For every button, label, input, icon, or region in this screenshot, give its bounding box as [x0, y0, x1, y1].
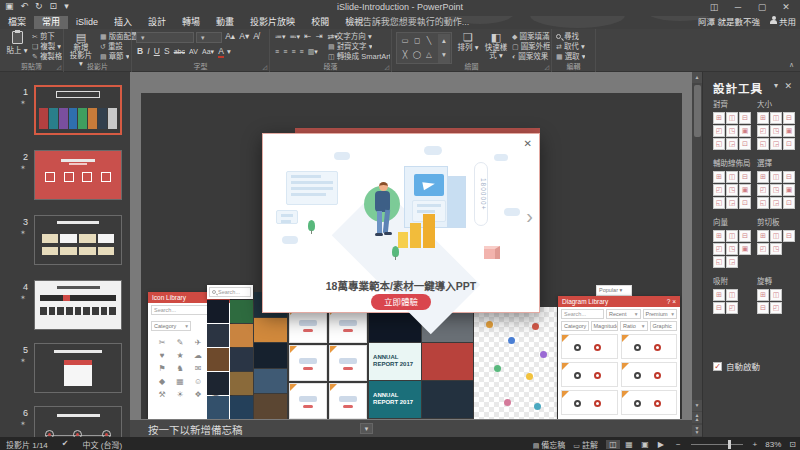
align-text-button[interactable]: ▤對齊文字 ▾	[328, 42, 372, 51]
align-right-button[interactable]: ≡	[291, 47, 295, 56]
tab-投影片放映[interactable]: 投影片放映	[242, 16, 303, 29]
design-tool-button[interactable]: ◰	[770, 302, 782, 314]
proofing-icon[interactable]: ✔	[62, 439, 69, 450]
shape-fill-button[interactable]: ◆圖案填滿 ▾	[512, 32, 550, 41]
justify-button[interactable]: ≡	[300, 47, 304, 56]
shape-glyph[interactable]: ◻	[411, 34, 423, 48]
save-button[interactable]: ▣	[5, 1, 14, 11]
shape-glyph[interactable]: △	[423, 48, 435, 62]
design-tool-button[interactable]: ◱	[757, 138, 769, 150]
tab-設計[interactable]: 設計	[140, 16, 174, 29]
design-tool-button[interactable]: ◫	[726, 112, 738, 124]
scrollbar-thumb[interactable]	[694, 85, 701, 137]
design-tool-button[interactable]: ⊟	[757, 302, 769, 314]
design-tool-button[interactable]: ◱	[757, 197, 769, 209]
tab-檔案[interactable]: 檔案	[0, 16, 34, 29]
slide-thumbnail[interactable]	[34, 280, 122, 330]
ribbon-display-options-button[interactable]: ◫	[702, 0, 726, 15]
design-tool-button[interactable]: ⊟	[713, 302, 725, 314]
design-tool-button[interactable]: ◰	[713, 243, 725, 255]
design-tool-button[interactable]: ◰	[713, 184, 725, 196]
tab-動畫[interactable]: 動畫	[208, 16, 242, 29]
design-tool-button[interactable]: ⊞	[713, 112, 725, 124]
drawing-dialog-launcher[interactable]: ◿	[544, 63, 549, 70]
start-slideshow-button[interactable]: ⊡	[50, 1, 58, 11]
shrink-font-button[interactable]: A▾	[239, 32, 249, 41]
arrange-button[interactable]: ❏排列 ▾	[456, 31, 480, 63]
autostart-checkbox[interactable]: ✓ 自動啟動	[713, 360, 760, 372]
design-tool-button[interactable]: ◰	[757, 243, 769, 255]
previous-slide-button[interactable]: ▲▲	[692, 412, 702, 423]
clear-formatting-button[interactable]: A̸	[253, 32, 259, 41]
design-tool-button[interactable]: ◰	[757, 125, 769, 137]
zoom-slider-thumb[interactable]	[728, 440, 731, 449]
design-tool-button[interactable]: ◲	[726, 197, 738, 209]
quick-styles-button[interactable]: ◧快速樣式 ▾	[482, 31, 510, 63]
design-tool-button[interactable]: ◳	[770, 125, 782, 137]
design-tool-button[interactable]: ◳	[726, 125, 738, 137]
design-tool-button[interactable]: ◱	[713, 197, 725, 209]
clipboard-dialog-launcher[interactable]: ◿	[56, 63, 61, 70]
design-tool-button[interactable]: ◰	[713, 125, 725, 137]
design-tool-button[interactable]: ⊡	[739, 138, 751, 150]
undo-button[interactable]: ↶	[21, 1, 29, 11]
design-tool-button[interactable]: ⊡	[783, 138, 795, 150]
design-tool-button[interactable]: ⊞	[757, 289, 769, 301]
design-tool-button[interactable]: ◰	[726, 302, 738, 314]
redo-button[interactable]: ↻	[35, 1, 43, 11]
design-tool-button[interactable]: ⊞	[713, 289, 725, 301]
minimize-button[interactable]: ─	[726, 0, 750, 15]
slide-thumbnail[interactable]	[34, 215, 122, 265]
notes-expand-button[interactable]: ▼	[360, 423, 373, 434]
design-tool-button[interactable]: ◲	[770, 197, 782, 209]
find-button[interactable]: 尋找	[556, 32, 579, 41]
tab-插入[interactable]: 插入	[106, 16, 140, 29]
design-tool-button[interactable]: ◫	[770, 230, 782, 242]
italic-button[interactable]: I	[147, 47, 149, 56]
design-tool-button[interactable]: ▣	[739, 243, 751, 255]
language-indicator[interactable]: 中文 (台灣)	[83, 439, 123, 450]
design-tool-button[interactable]: ⊞	[757, 171, 769, 183]
slide-thumbnail[interactable]	[34, 85, 122, 135]
design-tool-button[interactable]: ◳	[770, 243, 782, 255]
decrease-indent-button[interactable]: ⇤	[304, 32, 311, 41]
shape-effects-button[interactable]: ◐圖案效果 ▾	[512, 52, 550, 61]
tell-me-box[interactable]: ☼ 告訴我您想要執行的動作...	[352, 16, 469, 29]
paragraph-dialog-launcher[interactable]: ◿	[384, 63, 389, 70]
bold-button[interactable]: B	[137, 47, 143, 56]
design-tool-button[interactable]: ⊞	[757, 230, 769, 242]
zoom-out-button[interactable]: −	[676, 440, 681, 449]
design-tool-button[interactable]: ⊟	[739, 112, 751, 124]
change-case-button[interactable]: Aa▾	[202, 47, 214, 56]
design-tool-button[interactable]: ◳	[726, 184, 738, 196]
reset-button[interactable]: ↺重設	[100, 42, 123, 51]
design-tool-button[interactable]: ◫	[726, 171, 738, 183]
share-button[interactable]: 共用	[770, 16, 796, 29]
slideshow-view-button[interactable]: ▶	[654, 440, 668, 449]
maximize-button[interactable]: ▢	[750, 0, 774, 15]
slide-thumbnail[interactable]	[34, 343, 122, 393]
font-size-select[interactable]: ▾	[196, 32, 222, 43]
design-tool-button[interactable]: ◱	[713, 138, 725, 150]
shapes-gallery[interactable]: ▭◻╲╳◯△▱⇨☆⌒{}▴▾⌄	[396, 32, 452, 64]
align-center-button[interactable]: ≡	[283, 47, 287, 56]
numbering-button[interactable]: ≕▾	[290, 32, 301, 41]
notes-pane[interactable]: 按一下以新增備忘稿 ▼	[130, 420, 692, 437]
try-now-button[interactable]: 立即體驗	[371, 294, 431, 310]
zoom-in-button[interactable]: +	[753, 440, 758, 449]
character-spacing-button[interactable]: AV	[189, 47, 198, 56]
design-tool-button[interactable]: ◱	[713, 256, 725, 268]
font-name-select[interactable]: ▾	[136, 32, 194, 43]
design-tool-button[interactable]: ⊞	[713, 171, 725, 183]
shape-glyph[interactable]: ╲	[423, 34, 435, 48]
font-dialog-launcher[interactable]: ◿	[262, 63, 267, 70]
notes-placeholder[interactable]: 按一下以新增備忘稿	[148, 422, 243, 437]
slide-thumbnail[interactable]	[34, 406, 122, 437]
design-tool-button[interactable]: ⊡	[739, 197, 751, 209]
copy-button[interactable]: ❏複製 ▾	[32, 42, 61, 51]
notes-toggle-button[interactable]: ▤備忘稿	[533, 439, 566, 450]
design-tool-button[interactable]: ⊟	[739, 171, 751, 183]
design-tool-button[interactable]: ◫	[770, 112, 782, 124]
design-tool-button[interactable]: ◲	[770, 138, 782, 150]
comments-toggle-button[interactable]: ▭註解	[573, 439, 598, 450]
